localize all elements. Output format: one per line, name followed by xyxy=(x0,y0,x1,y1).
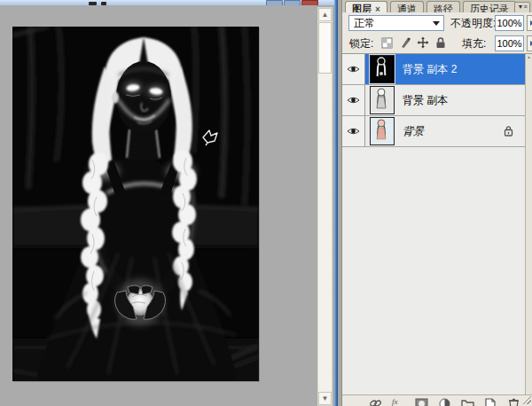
eye-icon xyxy=(347,65,360,74)
tab-history[interactable]: 历史记录 xyxy=(463,1,516,12)
canvas-area[interactable]: ▲ ▼ xyxy=(0,5,334,406)
tab-channels[interactable]: 通道 xyxy=(390,1,424,12)
scrollbar-thumb[interactable] xyxy=(318,22,332,74)
document-window: ▲ ▼ xyxy=(0,0,334,406)
tab-layers[interactable]: 图层× xyxy=(345,1,387,12)
fill-slider-icon[interactable] xyxy=(527,35,532,51)
layer-thumbnail[interactable] xyxy=(370,86,395,114)
scroll-down-icon[interactable]: ▼ xyxy=(318,392,332,405)
layers-list-scrollbar[interactable]: ▲ xyxy=(525,54,532,395)
visibility-toggle[interactable] xyxy=(342,116,365,146)
link-layers-icon[interactable] xyxy=(369,397,382,406)
blend-mode-select[interactable]: 正常 xyxy=(348,15,444,31)
inverted-portrait-illustration xyxy=(12,27,259,381)
lock-transparency-icon[interactable] xyxy=(381,36,394,49)
layers-panel-dock: 图层× 通道 路径 历史记录 ▼≡ 正常 不透明度: 100% 锁定: xyxy=(338,0,532,406)
eye-icon xyxy=(347,96,360,105)
layer-thumbnail[interactable] xyxy=(370,55,395,83)
layer-row-background-copy-2[interactable]: 背景 副本 2 xyxy=(342,54,526,85)
add-layer-mask-icon[interactable] xyxy=(415,397,428,406)
lock-label: 锁定: xyxy=(349,36,373,51)
visibility-toggle[interactable] xyxy=(342,54,365,84)
panel-resize-grip[interactable] xyxy=(523,396,531,404)
tab-layers-label: 图层 xyxy=(352,4,372,12)
canvas-vertical-scrollbar[interactable]: ▲ ▼ xyxy=(317,7,332,406)
layer-name[interactable]: 背景 副本 xyxy=(403,93,448,108)
blend-mode-value: 正常 xyxy=(354,17,375,29)
opacity-label: 不透明度: xyxy=(450,16,496,31)
lock-pixels-icon[interactable] xyxy=(399,36,411,49)
layer-style-icon[interactable]: fx xyxy=(392,397,405,406)
canvas-image[interactable] xyxy=(12,27,259,381)
panel-menu-icon[interactable]: ▼≡ xyxy=(514,2,530,12)
new-layer-icon[interactable] xyxy=(484,397,497,406)
layers-panel: 图层× 通道 路径 历史记录 ▼≡ 正常 不透明度: 100% 锁定: xyxy=(341,0,532,406)
layer-row-background-copy[interactable]: 背景 副本 xyxy=(342,85,526,116)
lock-all-icon[interactable] xyxy=(434,36,447,49)
chevron-down-icon xyxy=(433,21,440,26)
tab-close-icon[interactable]: × xyxy=(375,4,380,12)
fill-label: 填充: xyxy=(462,36,486,51)
scroll-up-icon: ▲ xyxy=(527,54,531,59)
opacity-slider-icon[interactable] xyxy=(527,15,532,31)
layer-name[interactable]: 背景 xyxy=(403,124,424,139)
layer-name[interactable]: 背景 副本 2 xyxy=(403,62,457,77)
new-adjustment-layer-icon[interactable] xyxy=(438,397,451,406)
new-group-icon[interactable] xyxy=(461,397,474,406)
lock-icon xyxy=(504,125,513,137)
fill-input[interactable]: 100% xyxy=(495,35,524,51)
layer-row-background[interactable]: 背景 xyxy=(342,116,526,147)
tab-paths[interactable]: 路径 xyxy=(426,1,460,12)
layers-panel-footer: fx xyxy=(342,394,532,406)
scroll-up-icon[interactable]: ▲ xyxy=(318,8,332,21)
delete-layer-icon[interactable] xyxy=(507,397,520,406)
eye-icon xyxy=(347,127,360,136)
layers-list: 背景 副本 2 背景 副本 背景 ▲ xyxy=(342,53,532,395)
panel-tab-bar: 图层× 通道 路径 历史记录 ▼≡ xyxy=(342,0,532,12)
blend-options-row: 正常 不透明度: 100% xyxy=(344,13,530,33)
opacity-input[interactable]: 100% xyxy=(495,15,524,31)
lock-options-row: 锁定: 填充: 100% xyxy=(344,34,530,53)
lock-position-icon[interactable] xyxy=(417,36,429,49)
layer-thumbnail[interactable] xyxy=(370,117,395,145)
visibility-toggle[interactable] xyxy=(342,85,365,115)
